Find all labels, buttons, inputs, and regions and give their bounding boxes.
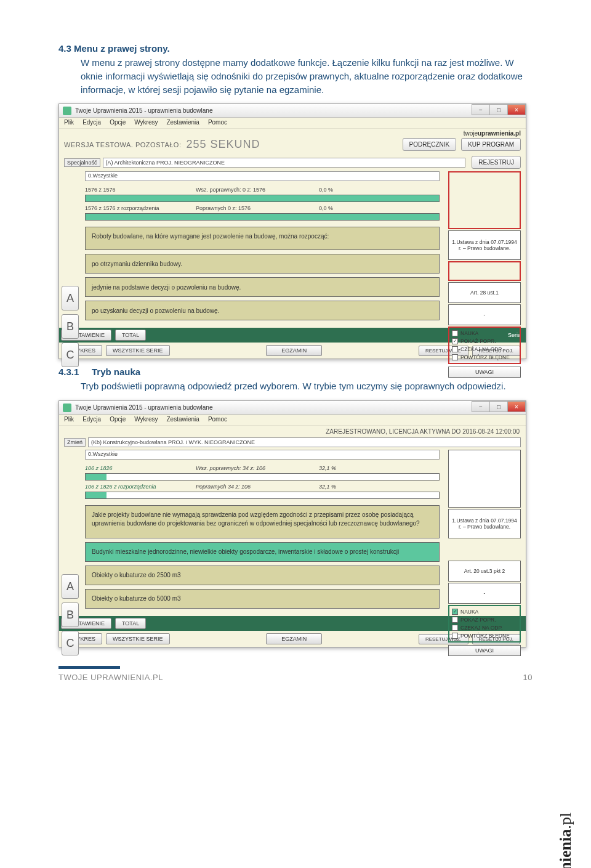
specjalnosc-select-2[interactable]: (Kb) Konstrukcyjno-budowlana PROJ. i WYK… (88, 437, 521, 447)
question-box: Roboty budowlane, na które wymagane jest… (85, 227, 440, 250)
window-title-2: Twoje Uprawnienia 2015 - uprawnienia bud… (75, 404, 212, 411)
menu-plik[interactable]: Plik (64, 416, 74, 424)
app-window-2: Twoje Uprawnienia 2015 - uprawnienia bud… (58, 400, 526, 647)
opt-powtorz-2[interactable]: POWTÓRZ BŁĘDNE (452, 633, 517, 639)
opt-czekaj[interactable]: CZEKAJ NA ODP. (452, 346, 517, 352)
letter-a[interactable]: A (62, 286, 79, 310)
window-title: Twoje Uprawnienia 2015 - uprawnienia bud… (75, 107, 212, 114)
opt-nauka[interactable]: NAUKA (452, 330, 517, 336)
close-button[interactable]: × (507, 104, 526, 115)
egzamin-button-2[interactable]: EGZAMIN (266, 633, 322, 644)
info-extra: - (448, 304, 521, 325)
menu-pomoc[interactable]: Pomoc (208, 119, 227, 127)
question-box-2: Jakie projekty budowlane nie wymagają sp… (85, 505, 440, 538)
zmien-button[interactable]: Zmień (64, 438, 86, 447)
opt-czekaj-label: CZEKAJ NA ODP. (460, 346, 502, 352)
menu-edycja[interactable]: Edycja (82, 119, 101, 127)
answer-c[interactable]: po uzyskaniu decyzji o pozwoleniu na bud… (85, 301, 440, 320)
info-law-2: 1.Ustawa z dnia 07.07.1994 r. – Prawo bu… (448, 509, 521, 538)
rejestruj-button[interactable]: REJESTRUJ (472, 156, 521, 169)
letter-b-2[interactable]: B (62, 602, 79, 627)
menu-wykresy[interactable]: Wykresy (134, 416, 158, 424)
brand-line: twojeuprawnienia.pl (59, 129, 526, 137)
menu-pomoc[interactable]: Pomoc (208, 416, 227, 424)
answer-b[interactable]: jedynie na podstawie decyzji o pozwoleni… (85, 277, 440, 297)
stat1-b-2: Wsz. poprawnych: 34 z: 106 (196, 465, 319, 471)
side-brand: twojeuprawnienia.pl (557, 813, 575, 868)
close-button[interactable]: × (507, 401, 526, 412)
uwagi-button[interactable]: UWAGI (448, 367, 521, 378)
specjalnosc-label: Specjalność (64, 158, 100, 167)
menubar: Plik Edycja Opcje Wykresy Zestawienia Po… (59, 118, 526, 129)
stat2-b: Poprawnych 0 z: 1576 (196, 205, 319, 211)
subcategory-select[interactable]: 0.Wszystkie (85, 171, 440, 181)
answer-a[interactable]: po otrzymaniu dziennika budowy. (85, 254, 440, 274)
egzamin-button[interactable]: EGZAMIN (266, 345, 322, 356)
opt-nauka-2[interactable]: NAUKA (452, 609, 517, 615)
side-options: NAUKA POKAŻ POPR. CZEKAJ NA ODP. POWTÓRZ… (448, 327, 521, 364)
total-button[interactable]: TOTAL (115, 330, 146, 341)
minimize-button[interactable]: − (472, 401, 490, 412)
menu-plik[interactable]: Plik (64, 119, 74, 127)
header-row: WERSJA TESTOWA. POZOSTAŁO: 255 SEKUND PO… (59, 137, 526, 155)
countdown-value: 255 SEKUND (186, 138, 260, 151)
app-icon (63, 107, 71, 115)
brand-b: uprawnienia.pl (478, 130, 521, 137)
footer-rule (58, 666, 120, 669)
stat2-b-2: Poprawnych 34 z: 106 (196, 484, 319, 490)
letter-b[interactable]: B (62, 314, 79, 339)
opt-czekaj-2[interactable]: CZEKAJ NA ODP. (452, 625, 517, 631)
blank-box (448, 450, 521, 508)
footer-left: TWOJE UPRAWNIENIA.PL (58, 673, 163, 682)
progress-bar-2 (85, 213, 440, 221)
subcategory-select-2[interactable]: 0.Wszystkie (85, 450, 440, 460)
opt-powtorz-label: POWTÓRZ BŁĘDNE (460, 633, 510, 639)
progress-bar-1b (85, 473, 440, 481)
letter-c-2[interactable]: C (62, 631, 79, 655)
specjalnosc-select[interactable]: (A) Architektoniczna PROJ. NIEOGRANICZON… (103, 158, 466, 168)
menubar-2: Plik Edycja Opcje Wykresy Zestawienia Po… (59, 415, 526, 426)
stat2-a: 1576 z 1576 z rozporządzenia (85, 205, 196, 211)
uwagi-button-2[interactable]: UWAGI (448, 645, 521, 656)
info-article-2: Art. 20 ust.3 pkt 2 (448, 561, 521, 582)
podrecznik-button[interactable]: PODRĘCZNIK (403, 138, 457, 151)
menu-zestawienia[interactable]: Zestawienia (167, 416, 199, 424)
wszystkie-serie-button[interactable]: WSZYSTKIE SERIE (106, 345, 170, 356)
version-label: WERSJA TESTOWA. POZOSTAŁO: (64, 141, 181, 148)
maximize-button[interactable]: □ (489, 401, 508, 412)
paragraph-2: Tryb podświetli poprawną odpowiedź przed… (81, 379, 533, 393)
heading-4-3-1: Tryb nauka (92, 367, 140, 377)
opt-pokaz-2[interactable]: POKAŻ POPR. (452, 617, 517, 623)
app-window-1: Twoje Uprawnienia 2015 - uprawnienia bud… (58, 103, 526, 359)
license-line: ZAREJESTROWANO, LICENCJA AKTYWNA DO 2016… (59, 426, 526, 436)
answer-c-2[interactable]: Obiekty o kubaturze do 5000 m3 (85, 589, 440, 609)
stat1-a: 1576 z 1576 (85, 187, 196, 193)
titlebar: Twoje Uprawnienia 2015 - uprawnienia bud… (59, 104, 526, 118)
letter-a-2[interactable]: A (62, 574, 79, 599)
wszystkie-serie-button-2[interactable]: WSZYSTKIE SERIE (106, 633, 170, 644)
menu-edycja[interactable]: Edycja (82, 416, 101, 424)
heading-4-3: 4.3 Menu z prawej strony. (58, 43, 533, 54)
maximize-button[interactable]: □ (489, 104, 508, 115)
kup-program-button[interactable]: KUP PROGRAM (461, 138, 521, 151)
menu-zestawienia[interactable]: Zestawienia (167, 119, 199, 127)
answer-a-2[interactable]: Budynki mieszkalne jednorodzinne, niewie… (85, 542, 440, 562)
red-highlight-mid (448, 261, 521, 281)
answer-b-2[interactable]: Obiekty o kubaturze do 2500 m3 (85, 566, 440, 585)
progress-bar-1 (85, 195, 440, 202)
menu-opcje[interactable]: Opcje (110, 416, 126, 424)
side-options-2: NAUKA POKAŻ POPR. CZEKAJ NA ODP. POWTÓRZ… (448, 605, 521, 643)
titlebar-2: Twoje Uprawnienia 2015 - uprawnienia bud… (59, 401, 526, 415)
stat1-c-2: 32,1 % (319, 465, 393, 471)
opt-pokaz[interactable]: POKAŻ POPR. (452, 338, 517, 344)
minimize-button[interactable]: − (472, 104, 490, 115)
menu-wykresy[interactable]: Wykresy (134, 119, 158, 127)
info-extra-2: - (448, 583, 521, 604)
opt-pokaz-label: POKAŻ POPR. (460, 338, 496, 344)
letter-c[interactable]: C (62, 343, 79, 367)
menu-opcje[interactable]: Opcje (110, 119, 126, 127)
stat1-c: 0,0 % (319, 187, 393, 193)
total-button-2[interactable]: TOTAL (115, 618, 146, 629)
opt-powtorz-label: POWTÓRZ BŁĘDNE (460, 354, 510, 360)
opt-powtorz[interactable]: POWTÓRZ BŁĘDNE (452, 354, 517, 360)
